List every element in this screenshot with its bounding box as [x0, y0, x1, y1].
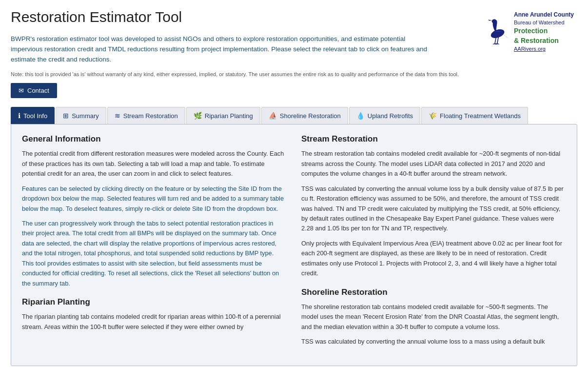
info-icon: ℹ [18, 112, 20, 120]
summary-icon: ⊞ [63, 112, 69, 120]
tabs-bar: ℹ Tool Info ⊞ Summary ≋ Stream Restorati… [11, 107, 577, 124]
right-column: Stream Restoration The stream restoratio… [301, 134, 566, 356]
riparian-planting-section: Riparian Planting The riparian planting … [22, 297, 287, 332]
shoreline-restoration-body: The shoreline restoration tab contains m… [301, 302, 566, 347]
general-info-section: General Information The potential credit… [22, 134, 287, 288]
tab-tool-info-label: Tool Info [23, 112, 47, 120]
riparian-body: The riparian planting tab contains model… [22, 312, 287, 332]
riparian-title: Riparian Planting [22, 297, 287, 307]
tab-shoreline-restoration[interactable]: ⛵ Shoreline Restoration [261, 107, 348, 124]
tab-tool-info[interactable]: ℹ Tool Info [11, 107, 55, 124]
general-info-para3: The user can progressively work through … [22, 219, 287, 288]
logo-text: Anne Arundel County Bureau of Watershed … [514, 11, 574, 53]
riparian-icon: 🌿 [194, 112, 202, 120]
general-info-para2: Features can be selected by clicking dir… [22, 184, 287, 214]
disclaimer-note: Note: this tool is provided 'as is' with… [11, 71, 577, 78]
tab-upland-label: Upland Retrofits [368, 112, 413, 120]
page-title: Restoration Estimator Tool [11, 9, 480, 25]
logo-bird-icon [480, 16, 514, 47]
envelope-icon: ✉ [19, 87, 24, 94]
shoreline-icon: ⛵ [269, 112, 277, 120]
contact-label: Contact [27, 87, 49, 94]
shoreline-restoration-section: Shoreline Restoration The shoreline rest… [301, 287, 566, 347]
tab-stream-restoration[interactable]: ≋ Stream Restoration [107, 107, 185, 124]
svg-point-0 [490, 27, 506, 40]
general-info-title: General Information [22, 134, 287, 144]
tab-shoreline-label: Shoreline Restoration [280, 112, 341, 120]
upland-icon: 💧 [356, 112, 365, 120]
stream-restoration-section: Stream Restoration The stream restoratio… [301, 134, 566, 279]
tab-summary-label: Summary [72, 112, 99, 120]
tab-floating-wetlands[interactable]: 🌾 Floating Treatment Wetlands [421, 107, 528, 124]
tab-stream-label: Stream Restoration [123, 112, 178, 120]
logo-box: Anne Arundel County Bureau of Watershed … [480, 11, 577, 53]
svg-line-3 [497, 37, 498, 43]
stream-icon: ≋ [115, 112, 120, 120]
left-column: General Information The potential credit… [22, 134, 287, 356]
tab-upland-retrofits[interactable]: 💧 Upland Retrofits [349, 107, 420, 124]
shoreline-restoration-title: Shoreline Restoration [301, 287, 566, 297]
tab-riparian-label: Riparian Planting [205, 112, 253, 120]
tab-wetlands-label: Floating Treatment Wetlands [440, 112, 521, 120]
stream-restoration-body: The stream restoration tab contains mode… [301, 149, 566, 279]
contact-button[interactable]: ✉ Contact [11, 83, 57, 98]
intro-text: BWPR's restoration estimator tool was de… [11, 34, 435, 65]
svg-line-2 [495, 37, 496, 43]
stream-restoration-title: Stream Restoration [301, 134, 566, 144]
general-info-body: The potential credit from different rest… [22, 149, 287, 288]
tab-riparian-planting[interactable]: 🌿 Riparian Planting [186, 107, 260, 124]
tab-summary[interactable]: ⊞ Summary [56, 107, 106, 124]
content-panel: General Information The potential credit… [11, 124, 577, 366]
wetlands-icon: 🌾 [429, 112, 437, 120]
